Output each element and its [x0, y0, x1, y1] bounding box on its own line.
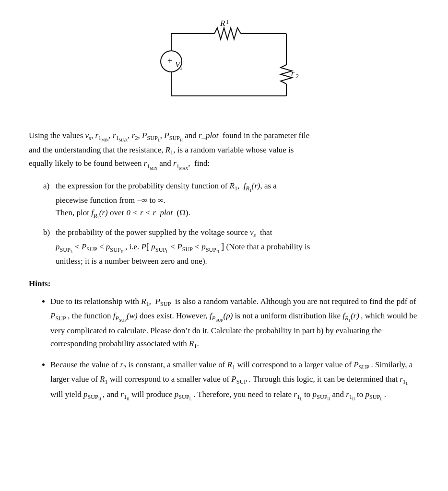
part-a-content: the expression for the probability densi… [56, 180, 419, 222]
part-b-content: the probability of the power supplied by… [56, 226, 419, 268]
part-b-label: b) [43, 226, 53, 268]
hint-2: Because the value of r2 is constant, a s… [50, 358, 419, 403]
hint-1: Due to its relationship with R1, PSUP is… [50, 295, 419, 351]
parts-list: a) the expression for the probability de… [43, 180, 419, 268]
svg-text:R: R [220, 19, 225, 28]
circuit-svg: + V s R 1 r 2 [142, 19, 306, 115]
part-a-label: a) [43, 180, 53, 222]
svg-text:r: r [291, 69, 295, 78]
svg-text:+: + [167, 56, 172, 66]
hints-list: Due to its relationship with R1, PSUP is… [50, 295, 419, 403]
circuit-diagram: + V s R 1 r 2 [29, 19, 419, 115]
part-a: a) the expression for the probability de… [43, 180, 419, 222]
hints-title: Hints: [29, 278, 419, 290]
intro-paragraph: Using the values vs, r1MIN, r1MAX, r2, P… [29, 129, 419, 172]
part-b: b) the probability of the power supplied… [43, 226, 419, 268]
svg-text:s: s [180, 64, 183, 71]
main-content: Using the values vs, r1MIN, r1MAX, r2, P… [29, 129, 419, 403]
svg-text:2: 2 [296, 73, 299, 80]
svg-text:1: 1 [226, 19, 229, 25]
